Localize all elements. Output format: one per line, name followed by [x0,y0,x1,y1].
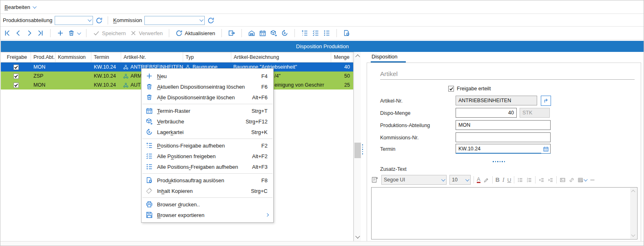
lagerkartei-button[interactable] [281,29,288,37]
outdent-button[interactable] [538,177,544,183]
font-family-select[interactable]: Segoe UI [381,175,447,185]
italic-button[interactable]: I [502,177,505,183]
menu-item-freigabe-aufheben[interactable]: Positions-Freigabe aufheben F2 [142,140,273,151]
vertical-splitter-handle[interactable] [362,144,363,155]
zusatz-text-editor[interactable] [371,187,637,239]
refresh-button[interactable]: Aktualisieren [175,29,215,37]
transfer-window-button[interactable] [228,29,235,37]
separator [221,29,222,37]
section-divider [380,79,635,80]
nav-next-button[interactable] [26,29,33,37]
menu-item-produktionsauftrag[interactable]: Produktionsauftrag auslösen F8 [142,175,273,186]
list-xx-icon [142,163,157,170]
produktionsabteilung-combobox[interactable] [55,16,93,25]
horizontal-rule-button[interactable] [589,177,595,183]
numbered-list-button[interactable] [526,177,532,183]
menu-item-neu[interactable]: Neu F4 [142,71,273,81]
menu-item-eintrag-loeschen[interactable]: Aktuellen Dispositionseintrag löschen F6 [142,81,273,92]
underline-button[interactable]: U [507,177,511,183]
termin-calendar-button[interactable] [541,144,550,153]
separator [336,29,337,37]
grid-scrollbar[interactable] [354,52,361,241]
menu-item-verbraeuche[interactable]: Verbräuche Strg+F12 [142,116,273,127]
nav-first-button[interactable] [4,29,11,37]
separator [169,29,169,37]
artikel-nr-field[interactable] [456,96,537,105]
termin-field[interactable] [456,144,551,154]
alle-positionen-freigeben-button[interactable] [312,29,319,37]
menu-item-inhalt-kopieren[interactable]: Inhalt Kopieren Strg+C [142,186,273,196]
produktions-abteilung-field[interactable] [456,120,551,130]
cell-termin: KW.10.24 [91,73,121,79]
highlight-pencil-button[interactable] [483,177,489,183]
menu-item-browser-drucken[interactable]: Browser drucken.. [142,199,273,210]
warehouse-button[interactable] [248,29,255,37]
insert-image-button[interactable] [560,177,566,183]
verbraeuche-button[interactable] [270,29,277,37]
freigabe-checkbox[interactable] [13,74,19,79]
column-header-kommission[interactable]: Kommission [55,52,91,62]
termin-raster-button[interactable] [259,29,266,37]
indent-button[interactable] [547,177,553,183]
insert-link-button[interactable] [569,177,575,183]
chevron-down-icon [33,4,37,9]
column-header-termin[interactable]: Termin [91,52,121,62]
menu-bar: Bearbeiten [0,0,644,13]
column-header-freigabe[interactable]: Freigabe [1,52,31,62]
column-header-typ[interactable]: Typ [183,52,231,62]
editor-scrollbar[interactable] [630,188,637,239]
scrollbar-thumb[interactable] [354,143,361,158]
column-header-bezeichnung[interactable]: Artikel-Bezeichnung [231,52,331,62]
menu-item-lagerkartei[interactable]: Lagerkartei Strg+K [142,127,273,137]
alle-freigaben-aufheben-button[interactable] [323,29,330,37]
kommission-refresh-button[interactable] [207,17,215,24]
scroll-up-icon[interactable] [355,54,360,59]
tab-disposition[interactable]: Disposition [372,54,398,60]
column-header-artikelnr[interactable]: Artikel-Nr. [121,52,183,62]
bold-button[interactable]: B [496,177,500,183]
kommissions-nr-field[interactable] [456,132,551,142]
cell-menge: 50 [331,73,352,79]
edit-menu[interactable]: Bearbeiten [4,4,30,10]
menu-item-browser-exportieren[interactable]: Browser exportieren [142,210,273,220]
list-x-icon [142,142,157,149]
horizontal-splitter-handle[interactable] [493,161,505,162]
column-header-menge[interactable]: Menge [331,52,352,62]
discard-button[interactable]: Verwerfen [130,29,163,37]
chevron-down-icon [88,18,92,22]
save-button[interactable]: Speichern [93,29,126,37]
menu-item-termin-raster[interactable]: Termin-Raster Strg+T [142,105,273,116]
delete-button[interactable] [68,29,80,37]
new-record-button[interactable] [57,29,64,37]
font-size-select[interactable]: 10 [449,175,471,185]
chevron-down-icon [465,177,469,181]
produktionsauftrag-button[interactable] [343,29,350,37]
kommission-combobox[interactable] [144,16,205,25]
textblock-icon[interactable] [371,176,378,183]
separator [86,29,86,37]
position-freigabe-aufheben-button[interactable] [301,29,308,37]
freigabe-checkbox[interactable] [13,65,19,70]
menu-item-alle-loeschen[interactable]: Alle Dispositionseinträge löschen Alt+F6 [142,92,273,103]
column-header-prodabt[interactable]: Prod.Abt. [31,52,55,62]
menu-item-alle-freigaben-aufheben[interactable]: Alle Positions-Freigaben aufheben Alt+F3 [142,161,273,172]
cell-termin: KW.10.24 [91,82,121,88]
scroll-up-icon[interactable] [631,190,635,194]
menu-item-alle-freigeben[interactable]: Alle Positionen freigeben Alt+F2 [142,151,273,161]
kommissions-nr-label: Kommissions-Nr. [380,135,418,141]
freigabe-checkbox[interactable] [13,83,19,88]
dispo-menge-field[interactable] [456,108,517,118]
bullet-list-button[interactable] [517,177,523,183]
freigabe-erteilt-checkbox[interactable] [448,86,454,92]
nav-last-button[interactable] [37,29,44,37]
goto-artikel-button[interactable] [541,96,551,106]
baugruppe-icon [123,64,129,70]
separator [108,16,108,25]
font-color-button[interactable]: A [477,177,480,183]
nav-prev-button[interactable] [15,29,22,37]
font-size-value: 10 [452,177,458,183]
insert-table-button[interactable] [578,177,586,183]
scroll-down-icon[interactable] [631,233,635,237]
produktionsabteilung-refresh-button[interactable] [95,17,103,24]
scroll-down-icon[interactable] [355,234,360,238]
